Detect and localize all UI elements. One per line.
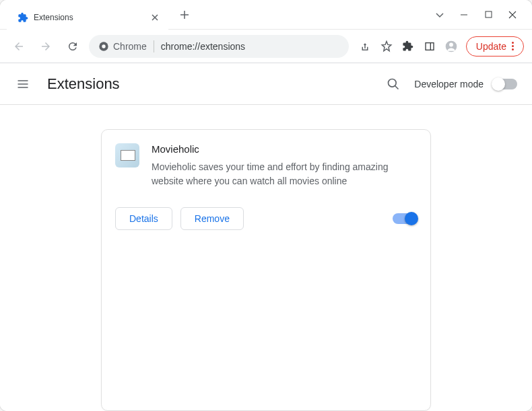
chrome-chip: Chrome bbox=[98, 41, 147, 52]
url-text: chrome://extensions bbox=[161, 41, 245, 52]
address-bar[interactable]: Chrome chrome://extensions bbox=[89, 35, 349, 58]
developer-mode-toggle[interactable] bbox=[493, 79, 517, 89]
content-area: Movieholic Movieholic saves your time an… bbox=[0, 105, 532, 411]
toolbar: Chrome chrome://extensions Update bbox=[0, 30, 532, 63]
titlebar: Extensions bbox=[0, 0, 532, 30]
extensions-puzzle-icon[interactable] bbox=[401, 40, 415, 53]
browser-tab[interactable]: Extensions bbox=[7, 5, 168, 30]
browser-window: Extensions bbox=[0, 0, 532, 411]
extensions-header: Extensions Developer mode bbox=[0, 63, 532, 105]
window-controls bbox=[420, 9, 532, 21]
share-icon[interactable] bbox=[358, 40, 372, 53]
svg-point-10 bbox=[389, 79, 397, 87]
extension-puzzle-icon bbox=[18, 12, 28, 23]
reload-button[interactable] bbox=[62, 36, 84, 57]
maximize-button[interactable] bbox=[482, 9, 494, 21]
back-button bbox=[8, 36, 30, 57]
bookmark-star-icon[interactable] bbox=[380, 40, 393, 53]
update-label: Update bbox=[476, 41, 506, 52]
separator bbox=[154, 40, 154, 52]
svg-rect-6 bbox=[426, 42, 434, 50]
extension-icon bbox=[115, 143, 139, 167]
page-title: Extensions bbox=[47, 75, 120, 93]
extension-enabled-toggle[interactable] bbox=[393, 213, 417, 224]
hamburger-menu-icon[interactable] bbox=[15, 76, 31, 92]
svg-point-5 bbox=[102, 44, 105, 48]
close-tab-icon[interactable] bbox=[149, 12, 160, 23]
tab-title: Extensions bbox=[34, 13, 144, 22]
sidepanel-icon[interactable] bbox=[423, 40, 436, 53]
remove-button[interactable]: Remove bbox=[180, 207, 244, 230]
chip-label: Chrome bbox=[113, 41, 147, 52]
forward-button bbox=[35, 36, 57, 57]
update-button[interactable]: Update bbox=[466, 36, 524, 57]
svg-line-11 bbox=[395, 85, 399, 89]
profile-avatar-icon[interactable] bbox=[444, 40, 458, 53]
extension-name: Movieholic bbox=[152, 143, 417, 155]
svg-point-9 bbox=[449, 42, 453, 46]
close-window-button[interactable] bbox=[506, 9, 519, 21]
new-tab-button[interactable] bbox=[175, 5, 194, 24]
details-button[interactable]: Details bbox=[115, 207, 172, 230]
more-menu-icon bbox=[512, 42, 514, 50]
extension-card: Movieholic Movieholic saves your time an… bbox=[101, 129, 431, 411]
chrome-icon bbox=[98, 41, 109, 52]
minimize-button[interactable] bbox=[458, 9, 470, 21]
extension-description: Movieholic saves your time and effort by… bbox=[152, 160, 417, 188]
search-icon[interactable] bbox=[386, 77, 401, 91]
chevron-down-icon[interactable] bbox=[434, 9, 446, 21]
svg-rect-3 bbox=[486, 11, 492, 17]
developer-mode-label: Developer mode bbox=[414, 79, 484, 89]
